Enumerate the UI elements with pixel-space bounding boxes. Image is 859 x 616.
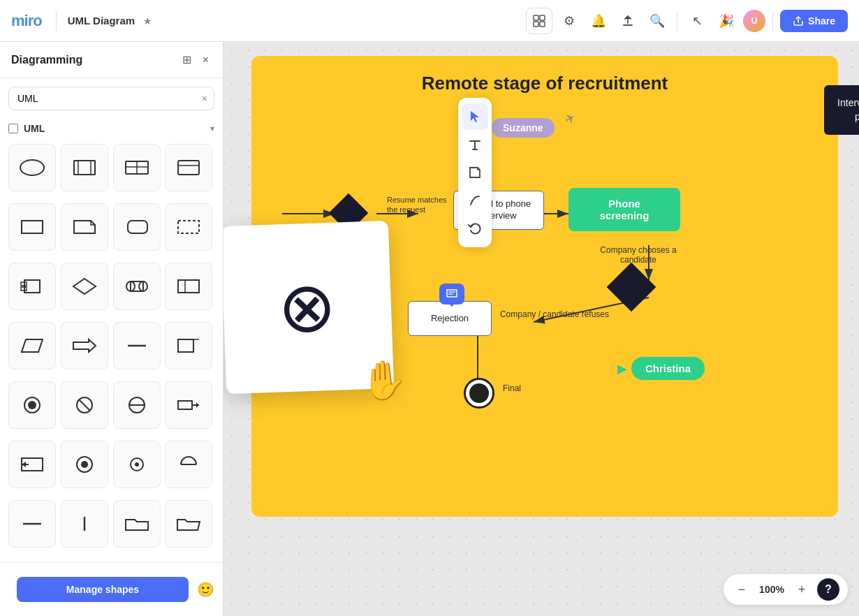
zoom-percent: 100%	[757, 584, 786, 595]
company-refuses-label: Company / candidate refuses	[499, 309, 610, 319]
svg-rect-11	[178, 161, 199, 175]
manage-shapes-button[interactable]: Manage shapes	[17, 577, 189, 602]
shape-rect-arrow-in[interactable]	[8, 441, 56, 488]
float-toolbar	[458, 98, 492, 247]
svg-rect-35	[178, 401, 192, 409]
svg-line-32	[79, 399, 90, 411]
svg-rect-0	[534, 15, 538, 20]
board-title: UML Diagram	[68, 15, 135, 27]
svg-rect-3	[540, 22, 545, 27]
upload-button[interactable]	[615, 8, 640, 34]
shape-ban[interactable]	[61, 381, 108, 429]
svg-rect-20	[131, 281, 143, 291]
shape-arrow-box[interactable]	[165, 381, 212, 429]
svg-rect-1	[540, 15, 545, 20]
shape-card[interactable]	[165, 144, 212, 191]
shape-stadium[interactable]	[113, 263, 161, 310]
interview-more-sticky: Interview more people	[824, 85, 859, 135]
left-sidebar: Diagramming ⊞ × × UML ▾	[0, 42, 223, 616]
company-chooses-label: Company chooses a candidate	[589, 245, 687, 265]
shape-filmstrip[interactable]	[61, 144, 108, 191]
right-diamond-node	[607, 263, 656, 312]
sticky-note-tool-button[interactable]	[462, 159, 488, 186]
shape-folder[interactable]	[113, 500, 161, 548]
canvas[interactable]: Remote stage of recruitment	[223, 42, 859, 616]
search-input[interactable]	[8, 87, 214, 110]
shape-h-split[interactable]	[113, 381, 161, 429]
svg-rect-5	[74, 161, 95, 175]
user-avatar[interactable]: U	[743, 10, 765, 32]
filter-icon-button[interactable]: ⊞	[179, 52, 194, 68]
shape-category-uml[interactable]: UML ▾	[0, 119, 223, 138]
sidebar-title: Diagramming	[11, 54, 82, 66]
top-right-tools: ⚙ 🔔 🔍 ↖ 🎉 U Share	[526, 8, 848, 34]
shape-parallelogram[interactable]	[8, 322, 56, 369]
diagram-title: Remote stage of recruitment	[268, 73, 821, 94]
shape-note[interactable]	[61, 203, 108, 251]
paper-plane-icon: ✈	[561, 110, 578, 129]
share-button[interactable]: Share	[780, 10, 848, 32]
miro-logo: miro	[11, 12, 42, 30]
shape-dashed-rect[interactable]	[165, 203, 212, 251]
diagram-board: Remote stage of recruitment	[251, 56, 838, 517]
celebrate-button[interactable]: 🎉	[714, 8, 739, 34]
shape-line[interactable]	[113, 322, 161, 369]
sidebar-bottom: Manage shapes 🙂	[0, 562, 223, 616]
settings-button[interactable]: ⚙	[557, 8, 582, 34]
svg-rect-14	[128, 221, 147, 233]
shape-folder-open[interactable]	[165, 500, 212, 548]
zoom-in-button[interactable]: +	[792, 580, 812, 599]
shape-rect[interactable]	[8, 203, 56, 251]
divider	[772, 11, 773, 31]
shape-corner[interactable]	[165, 263, 212, 310]
search-button[interactable]: 🔍	[645, 8, 670, 34]
shape-vert-line[interactable]	[61, 500, 108, 548]
shape-diamond[interactable]	[61, 263, 108, 310]
star-icon[interactable]: ★	[143, 15, 152, 27]
cv-doesnt-fit-label: CV doesn't fit	[303, 245, 359, 255]
shape-circle-fill[interactable]	[8, 381, 56, 429]
shape-arrow-right[interactable]	[61, 322, 108, 369]
undo-tool-button[interactable]	[462, 215, 488, 242]
final-label: Final	[503, 383, 521, 393]
sidebar-icons: ⊞ ×	[179, 52, 212, 68]
help-button[interactable]: ?	[817, 578, 839, 601]
divider	[677, 11, 677, 31]
diamond-node	[329, 193, 369, 233]
shape-component[interactable]	[8, 263, 56, 310]
category-checkbox[interactable]	[8, 124, 18, 133]
shapes-grid	[0, 138, 223, 562]
shape-dot-circle[interactable]	[61, 441, 108, 488]
shape-half-circle[interactable]	[165, 441, 212, 488]
christina-badge: ▶ Christina	[617, 357, 705, 380]
text-tool-button[interactable]	[462, 131, 488, 158]
zoom-out-button[interactable]: −	[732, 580, 751, 599]
shape-rounded-rect[interactable]	[113, 203, 161, 251]
svg-rect-2	[534, 22, 538, 27]
svg-rect-27	[178, 339, 193, 352]
sidebar-close-button[interactable]: ×	[200, 52, 212, 68]
draw-tool-button[interactable]	[462, 187, 488, 214]
cursor-mode-button[interactable]: ↖	[684, 8, 710, 34]
shape-open-circle[interactable]	[113, 441, 161, 488]
topbar: miro UML Diagram ★ ⚙ 🔔 🔍 ↖ 🎉 U Share	[0, 0, 859, 42]
suzanne-badge: Suzanne ✈	[492, 118, 555, 138]
svg-marker-24	[22, 339, 43, 352]
search-clear-button[interactable]: ×	[202, 93, 207, 104]
flow-container: Suzanne ✈ Resume matches the request Inv…	[268, 105, 821, 511]
flow-arrows	[268, 105, 821, 511]
shape-table[interactable]	[113, 144, 161, 191]
svg-rect-15	[178, 221, 199, 233]
shape-bracket[interactable]	[165, 322, 212, 369]
emoji-button[interactable]: 🙂	[197, 581, 214, 598]
shape-ellipse[interactable]	[8, 144, 56, 191]
svg-marker-19	[73, 279, 96, 294]
shape-minus[interactable]	[8, 500, 56, 548]
svg-marker-25	[73, 339, 96, 352]
notification-button[interactable]: 🔔	[586, 8, 611, 34]
svg-marker-37	[196, 402, 199, 408]
shapes-insert-button[interactable]	[526, 8, 552, 34]
main-area: Diagramming ⊞ × × UML ▾	[0, 42, 859, 616]
svg-point-4	[20, 160, 44, 175]
select-tool-button[interactable]	[462, 103, 488, 130]
